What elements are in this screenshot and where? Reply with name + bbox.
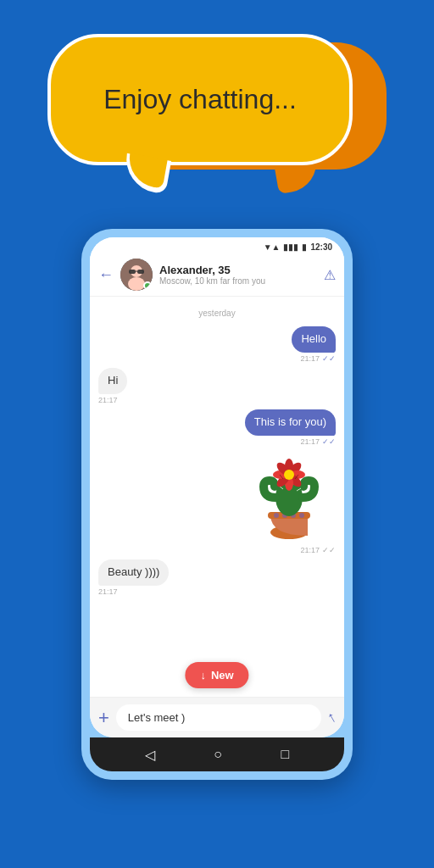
- date-divider: yesterday: [98, 309, 336, 318]
- sticker-time: 21:17: [300, 546, 320, 554]
- message-time-3: 21:17: [300, 437, 320, 446]
- message-meta-1: 21:17 ✓✓: [300, 354, 336, 363]
- sticker-message: 21:17 ✓✓: [242, 451, 336, 554]
- message-input[interactable]: [116, 704, 321, 731]
- phone-frame: ▼▲ ▮▮▮ ▮ 12:30 ←: [81, 229, 353, 780]
- nav-recent-button[interactable]: □: [281, 747, 290, 762]
- bubble-text: Enjoy chatting...: [86, 84, 314, 115]
- message-meta-2: 21:17: [98, 396, 118, 404]
- message-bubble-3: This is for you): [245, 409, 336, 436]
- sticker-meta: 21:17 ✓✓: [300, 546, 336, 554]
- wifi-icon: ▼▲: [264, 242, 281, 252]
- speech-bubble-container: Enjoy chatting...: [39, 25, 395, 212]
- online-indicator: [143, 281, 152, 290]
- message-meta-5: 21:17: [98, 587, 118, 596]
- message-text-5: Beauty )))): [108, 565, 159, 578]
- chat-header: ← Alexander, 35: [90, 253, 344, 297]
- message-text-2: Hi: [108, 374, 118, 387]
- svg-rect-4: [137, 270, 144, 274]
- avatar[interactable]: [120, 259, 153, 291]
- nav-home-button[interactable]: ○: [214, 747, 222, 762]
- phone-screen: ▼▲ ▮▮▮ ▮ 12:30 ←: [90, 237, 344, 737]
- svg-point-11: [299, 513, 304, 518]
- android-nav-bar: ◁ ○ □: [90, 737, 344, 771]
- message-bubble-5: Beauty )))): [98, 559, 169, 586]
- status-bar: ▼▲ ▮▮▮ ▮ 12:30: [90, 237, 344, 253]
- svg-point-2: [128, 277, 145, 291]
- sticker-receipt: ✓✓: [322, 546, 336, 554]
- cactus-svg: [242, 451, 336, 544]
- chat-input-area: + ↑: [90, 697, 344, 737]
- new-messages-button[interactable]: ↓ New: [185, 662, 248, 688]
- message-3: This is for you) 21:17 ✓✓: [245, 409, 336, 446]
- time-display: 12:30: [310, 242, 332, 252]
- nav-back-button[interactable]: ◁: [145, 747, 155, 763]
- attach-button[interactable]: +: [98, 707, 109, 729]
- new-messages-icon: ↓: [200, 669, 206, 682]
- new-messages-label: New: [211, 669, 234, 682]
- message-2: Hi 21:17: [98, 368, 127, 404]
- status-icons: ▼▲ ▮▮▮ ▮ 12:30: [264, 242, 332, 252]
- read-receipt-3: ✓✓: [322, 437, 336, 446]
- message-time-2: 21:17: [98, 396, 118, 404]
- message-time-1: 21:17: [300, 354, 320, 363]
- message-5: Beauty )))) 21:17: [98, 559, 169, 596]
- svg-point-26: [284, 470, 294, 480]
- read-receipt-1: ✓✓: [322, 354, 336, 363]
- signal-icon: ▮▮▮: [283, 242, 298, 252]
- message-text-3: This is for you): [254, 415, 326, 428]
- contact-name: Alexander, 35: [159, 264, 317, 276]
- message-time-5: 21:17: [98, 587, 118, 596]
- chat-messages: yesterday Hello 21:17 ✓✓ Hi 21:17: [90, 297, 344, 697]
- battery-icon: ▮: [302, 242, 307, 252]
- sticker-image: [242, 451, 336, 544]
- message-meta-3: 21:17 ✓✓: [300, 437, 336, 446]
- message-1: Hello 21:17 ✓✓: [292, 326, 336, 363]
- message-bubble-1: Hello: [292, 326, 336, 353]
- speech-bubble-main: Enjoy chatting...: [47, 34, 353, 165]
- header-info: Alexander, 35 Moscow, 10 km far from you: [159, 264, 317, 286]
- report-icon[interactable]: ⚠: [324, 267, 336, 283]
- svg-point-8: [274, 513, 279, 518]
- back-button[interactable]: ←: [98, 266, 114, 284]
- message-text-1: Hello: [301, 332, 326, 345]
- contact-location: Moscow, 10 km far from you: [159, 276, 317, 286]
- svg-rect-3: [129, 270, 136, 274]
- message-bubble-2: Hi: [98, 368, 127, 394]
- send-button[interactable]: ↑: [324, 708, 339, 727]
